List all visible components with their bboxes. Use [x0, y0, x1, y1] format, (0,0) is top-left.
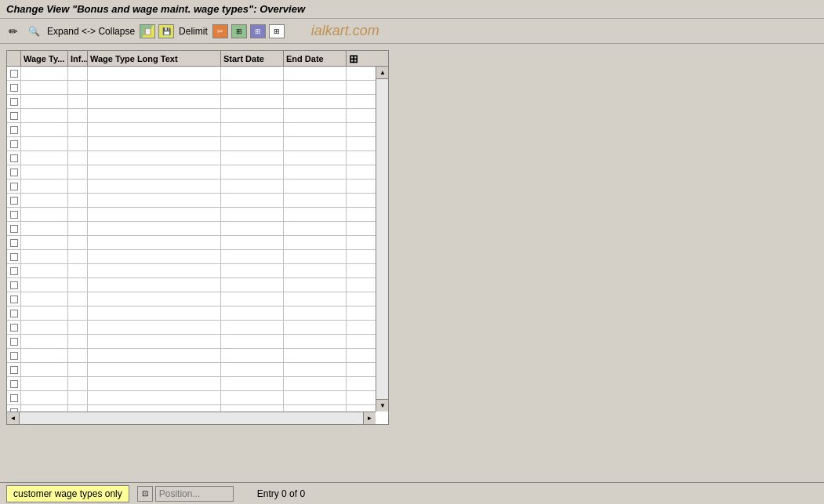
- row-checkbox[interactable]: [10, 112, 18, 120]
- row-select-cell: [7, 236, 21, 249]
- row-checkbox[interactable]: [10, 140, 18, 148]
- table-row[interactable]: [7, 165, 376, 179]
- table-row[interactable]: [7, 250, 376, 264]
- row-select-cell: [7, 349, 21, 362]
- row-checkbox[interactable]: [10, 197, 18, 205]
- longtext-cell: [88, 306, 221, 320]
- search-icon[interactable]: 🔍: [25, 23, 42, 40]
- row-select-cell: [7, 123, 21, 136]
- row-checkbox[interactable]: [10, 183, 18, 190]
- table-row[interactable]: [7, 194, 376, 208]
- delimit-icon[interactable]: ✂: [212, 24, 228, 38]
- enddate-cell: [284, 81, 347, 94]
- wagety-cell: [21, 391, 68, 404]
- row-select-cell: [7, 278, 21, 292]
- wagety-cell: [21, 194, 68, 207]
- grid2-icon[interactable]: ⊞: [250, 24, 266, 38]
- customer-wage-types-button[interactable]: customer wage types only: [6, 485, 129, 502]
- wagety-cell: [21, 321, 68, 334]
- table-row[interactable]: [7, 81, 376, 95]
- inf-cell: [68, 236, 88, 249]
- startdate-cell: [221, 165, 284, 179]
- enddate-cell: [284, 165, 347, 179]
- header-settings[interactable]: ⊞: [347, 51, 362, 66]
- table-row[interactable]: [7, 292, 376, 306]
- row-checkbox[interactable]: [10, 169, 18, 176]
- table-row[interactable]: [7, 377, 376, 391]
- header-wagety: Wage Ty...: [21, 51, 68, 66]
- row-select-cell: [7, 250, 21, 263]
- wagety-cell: [21, 109, 68, 122]
- row-checkbox[interactable]: [10, 380, 18, 388]
- row-checkbox[interactable]: [10, 366, 18, 374]
- row-checkbox[interactable]: [10, 352, 18, 360]
- position-input[interactable]: [155, 486, 234, 502]
- row-checkbox[interactable]: [10, 253, 18, 261]
- inf-cell: [68, 278, 88, 292]
- table-row[interactable]: [7, 208, 376, 222]
- entry-info: Entry 0 of 0: [257, 488, 305, 499]
- table-row[interactable]: [7, 67, 376, 81]
- row-checkbox[interactable]: [10, 296, 18, 303]
- inf-cell: [68, 137, 88, 150]
- table-row[interactable]: [7, 363, 376, 377]
- row-checkbox[interactable]: [10, 84, 18, 92]
- scroll-left-arrow[interactable]: ◄: [7, 412, 20, 425]
- table-row[interactable]: [7, 278, 376, 292]
- longtext-cell: [88, 321, 221, 334]
- row-select-cell: [7, 194, 21, 207]
- table-row[interactable]: [7, 335, 376, 349]
- scroll-right-arrow[interactable]: ►: [363, 412, 376, 425]
- row-checkbox[interactable]: [10, 225, 18, 233]
- longtext-cell: [88, 264, 221, 277]
- table-row[interactable]: [7, 236, 376, 250]
- row-checkbox[interactable]: [10, 126, 18, 134]
- horizontal-scrollbar[interactable]: ◄ ►: [7, 412, 376, 424]
- row-checkbox[interactable]: [10, 70, 18, 78]
- row-checkbox[interactable]: [10, 98, 18, 106]
- row-checkbox[interactable]: [10, 324, 18, 332]
- row-checkbox[interactable]: [10, 154, 18, 162]
- longtext-cell: [88, 81, 221, 94]
- row-checkbox[interactable]: [10, 338, 18, 346]
- inf-cell: [68, 67, 88, 80]
- startdate-cell: [221, 123, 284, 136]
- startdate-cell: [221, 194, 284, 207]
- row-checkbox[interactable]: [10, 281, 18, 289]
- table-row[interactable]: [7, 391, 376, 405]
- scroll-up-arrow[interactable]: ▲: [376, 67, 388, 79]
- row-checkbox[interactable]: [10, 239, 18, 247]
- table-row[interactable]: [7, 222, 376, 236]
- vertical-scrollbar[interactable]: ▲ ▼: [376, 67, 388, 412]
- enddate-cell: [284, 194, 347, 207]
- table-row[interactable]: [7, 109, 376, 123]
- wagety-cell: [21, 278, 68, 292]
- scroll-down-arrow[interactable]: ▼: [376, 399, 388, 412]
- inf-cell: [68, 349, 88, 362]
- table-row[interactable]: [7, 306, 376, 321]
- table-row[interactable]: [7, 95, 376, 109]
- table-row[interactable]: [7, 264, 376, 278]
- table-row[interactable]: [7, 137, 376, 151]
- table-row[interactable]: [7, 123, 376, 137]
- grid1-icon[interactable]: ⊞: [231, 24, 247, 38]
- enddate-cell: [284, 278, 347, 292]
- row-checkbox[interactable]: [10, 394, 18, 402]
- table-row[interactable]: [7, 405, 376, 412]
- startdate-cell: [221, 321, 284, 334]
- row-checkbox[interactable]: [10, 310, 18, 317]
- table-row[interactable]: [7, 179, 376, 194]
- table-row[interactable]: [7, 151, 376, 165]
- row-checkbox[interactable]: [10, 267, 18, 275]
- longtext-cell: [88, 194, 221, 207]
- edit-icon[interactable]: ✏: [5, 23, 22, 40]
- table-row[interactable]: [7, 349, 376, 363]
- startdate-cell: [221, 109, 284, 122]
- copy1-icon[interactable]: 📋: [140, 24, 155, 38]
- grid3-icon[interactable]: ⊞: [269, 24, 285, 38]
- row-checkbox[interactable]: [10, 408, 18, 412]
- row-checkbox[interactable]: [10, 211, 18, 219]
- inf-cell: [68, 109, 88, 122]
- save-icon[interactable]: 💾: [158, 24, 174, 38]
- table-row[interactable]: [7, 321, 376, 335]
